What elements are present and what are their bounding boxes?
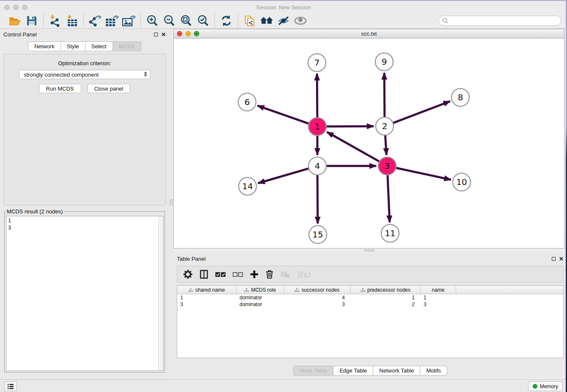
zoom-fit-icon[interactable]: [179, 14, 193, 28]
panel-splitter[interactable]: [169, 29, 173, 379]
zoom-in-icon[interactable]: [145, 14, 160, 28]
application-window: Session: New Session: [0, 0, 567, 392]
graph-node-label: 4: [315, 161, 320, 171]
mcds-result-group: MCDS result (2 nodes) 13: [4, 208, 165, 373]
cell-predecessor-nodes[interactable]: 1: [351, 295, 421, 301]
table-toolbar: f(x): [177, 266, 564, 283]
main-titlebar: Session: New Session: [0, 2, 567, 13]
network-window: × − + scc.txt 7968124314101511: [173, 29, 564, 253]
node-table[interactable]: shared nameMCDS rolesuccessor nodesprede…: [177, 285, 564, 358]
cell-shared-name[interactable]: 3: [177, 301, 237, 307]
cell-shared-name[interactable]: 1: [177, 295, 237, 301]
table-row[interactable]: 3dominator323: [177, 301, 563, 308]
graph-edge-3-10[interactable]: [396, 168, 451, 179]
network-canvas[interactable]: 7968124314101511: [173, 39, 564, 248]
tab-mcds[interactable]: MCDS: [113, 41, 141, 51]
show-all-eye-icon[interactable]: [293, 14, 308, 28]
mcds-panel: Optimization criterion: strongly connect…: [3, 54, 166, 205]
tab-network[interactable]: Network: [28, 41, 61, 51]
network-canvas-handle[interactable]: [364, 249, 374, 251]
tab-motifs[interactable]: Motifs: [420, 366, 447, 375]
search-box[interactable]: [438, 16, 561, 26]
graph-edge-1-6[interactable]: [258, 106, 309, 124]
export-table-icon[interactable]: [105, 14, 119, 28]
column-header-successor-nodes[interactable]: successor nodes: [284, 286, 351, 294]
graph-node-label: 14: [242, 181, 253, 191]
tab-select[interactable]: Select: [85, 41, 113, 51]
namespace-icon: [295, 288, 299, 292]
table-row[interactable]: 1dominator411: [177, 294, 563, 301]
table-settings-gear-icon[interactable]: [183, 270, 193, 279]
close-panel-icon[interactable]: ✕: [161, 32, 166, 37]
optimization-criterion-select[interactable]: strongly connected component: [19, 70, 150, 79]
cell-MCDS-role[interactable]: dominator: [237, 295, 284, 301]
close-table-panel-icon[interactable]: ✕: [559, 256, 564, 262]
delete-table-icon: [281, 271, 290, 278]
namespace-icon: [361, 288, 365, 292]
network-window-titlebar[interactable]: × − + scc.txt: [173, 29, 564, 39]
graph-edge-3-11[interactable]: [388, 175, 390, 222]
run-mcds-button[interactable]: Run MCDS: [39, 84, 81, 93]
cell-name[interactable]: 3: [421, 301, 456, 307]
export-network-icon[interactable]: [88, 14, 102, 28]
hide-selected-eye-icon[interactable]: [276, 14, 291, 28]
tab-edge-table[interactable]: Edge Table: [333, 366, 373, 375]
cell-name[interactable]: 1: [421, 295, 456, 301]
graph-edge-2-3[interactable]: [385, 135, 386, 155]
tab-node-table[interactable]: Node Table: [293, 366, 334, 375]
import-network-icon[interactable]: [48, 14, 62, 28]
column-header-name[interactable]: name: [421, 286, 456, 294]
add-column-icon[interactable]: [250, 270, 259, 279]
zoom-out-icon[interactable]: [162, 14, 176, 28]
cell-predecessor-nodes[interactable]: 2: [351, 301, 421, 307]
clone-network-icon[interactable]: [242, 14, 257, 28]
memory-button[interactable]: Memory: [528, 381, 563, 391]
tab-network-table[interactable]: Network Table: [373, 366, 420, 375]
window-title: Session: New Session: [0, 4, 567, 11]
select-stepper-icon: [144, 72, 147, 77]
control-panel: Control Panel ✕ NetworkStyleSelectMCDS O…: [0, 29, 169, 379]
column-header-shared-name[interactable]: shared name: [177, 286, 237, 294]
mcds-result-title: MCDS result (2 nodes): [6, 208, 63, 215]
graph-edge-4-14[interactable]: [258, 168, 309, 183]
zoom-selected-icon[interactable]: [196, 14, 210, 28]
graph-node-label: 10: [456, 177, 467, 187]
graph-edge-1-2[interactable]: [326, 126, 374, 127]
tab-style[interactable]: Style: [61, 41, 85, 51]
column-header-MCDS-role[interactable]: MCDS role: [237, 286, 284, 294]
graph-node-label: 1: [315, 121, 320, 132]
float-panel-icon[interactable]: [154, 33, 158, 36]
memory-label: Memory: [540, 384, 558, 389]
export-image-icon[interactable]: [122, 14, 136, 28]
graph-edge-3-1[interactable]: [327, 132, 380, 162]
graph-edge-2-9[interactable]: [384, 73, 385, 117]
graph-node-label: 8: [458, 92, 463, 102]
result-scrollbar[interactable]: [158, 216, 163, 370]
graph-edge-2-8[interactable]: [393, 101, 450, 123]
select-all-rows-icon[interactable]: [215, 272, 226, 277]
deselect-all-rows-icon[interactable]: [233, 272, 243, 277]
float-table-panel-icon[interactable]: [552, 257, 556, 261]
refresh-layout-icon[interactable]: [219, 14, 234, 28]
graph-node-label: 2: [382, 121, 388, 131]
cell-MCDS-role[interactable]: dominator: [237, 301, 284, 307]
task-history-button[interactable]: [4, 381, 17, 391]
cell-successor-nodes[interactable]: 4: [284, 295, 351, 301]
column-visibility-icon[interactable]: [200, 270, 208, 279]
search-icon: [442, 18, 448, 24]
save-session-icon[interactable]: [25, 14, 39, 28]
close-panel-button[interactable]: Close panel: [87, 84, 131, 93]
graph-edge-1-7[interactable]: [317, 74, 317, 118]
network-graph: 7968124314101511: [174, 39, 564, 248]
import-table-icon[interactable]: [65, 14, 79, 28]
column-header-predecessor-nodes[interactable]: predecessor nodes: [351, 286, 421, 294]
graph-edge-4-15[interactable]: [317, 175, 318, 224]
delete-column-icon[interactable]: [266, 270, 273, 279]
search-input[interactable]: [450, 18, 557, 24]
mcds-result-node: 3: [8, 224, 161, 231]
open-file-icon[interactable]: [8, 14, 22, 28]
graph-node-label: 3: [385, 161, 390, 171]
main-toolbar: [0, 13, 567, 29]
home-view-icon[interactable]: [259, 14, 274, 28]
cell-successor-nodes[interactable]: 3: [284, 301, 351, 307]
